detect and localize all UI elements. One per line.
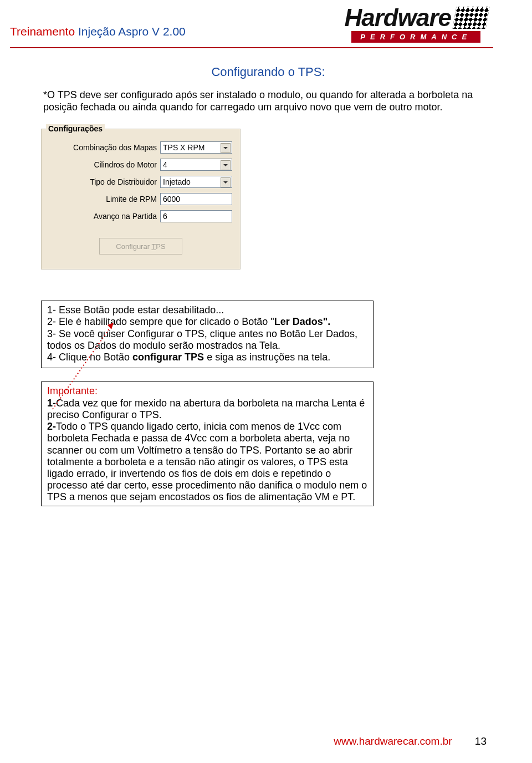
value-distribuidor: Injetado [163,177,191,186]
important-title: Importante: [47,385,367,397]
field-limite: Limite de RPM [49,193,232,205]
note-line-2: 2- Ele é habilitado sempre que for clica… [47,316,367,328]
btn-label-suffix: PS [156,242,165,251]
notes-box: 1- Esse Botão pode estar desabilitado...… [41,301,374,368]
logo-subtitle: PERFORMANCE [351,31,480,43]
title-main: Injeção Aspro V 2.00 [78,25,186,38]
label-distribuidor: Tipo de Distribuidor [90,177,157,186]
label-avanco: Avanço na Partida [94,212,157,221]
section-title: Configurando o TPS: [43,65,493,79]
brand-logo: Hardware PERFORMANCE [344,6,488,43]
note-line-4: 4- Clique no Botão configurar TPS e siga… [47,352,367,363]
combo-cilindros[interactable]: 4 [160,159,232,171]
label-combinacao: Combinação dos Mapas [73,143,157,152]
logo-word: Hardware [344,6,451,30]
combo-distribuidor[interactable]: Injetado [160,176,232,188]
content-area: Configurando o TPS: *O TPS deve ser conf… [0,48,532,506]
label-limite: Limite de RPM [106,195,157,204]
config-panel: Configurações Combinação dos Mapas TPS X… [41,129,241,269]
field-distribuidor: Tipo de Distribuidor Injetado [49,176,232,188]
logo-text-row: Hardware [344,6,488,30]
value-cilindros: 4 [163,160,167,169]
chevron-down-icon[interactable] [221,143,231,153]
configurar-tps-button[interactable]: Configurar TPS [99,238,182,255]
field-combinacao: Combinação dos Mapas TPS X RPM [49,141,232,154]
note-line-1: 1- Esse Botão pode estar desabilitado... [47,304,367,316]
important-box: Importante: 1-Cada vez que for mexido na… [41,382,374,506]
label-cilindros: Cilindros do Motor [94,160,157,169]
page-footer: www.hardwarecar.com.br 13 [334,735,487,747]
intro-paragraph: *O TPS deve ser configurado após ser ins… [43,89,493,113]
panel-legend: Configurações [46,124,105,133]
field-avanco: Avanço na Partida [49,210,232,222]
chevron-down-icon[interactable] [221,177,231,187]
field-cilindros: Cilindros do Motor 4 [49,159,232,171]
important-p2: 2-Todo o TPS quando ligado certo, inicia… [47,421,367,503]
input-limite-rpm[interactable] [160,193,232,205]
value-combinacao: TPS X RPM [163,143,204,152]
checkered-flag-icon [452,7,489,29]
footer-url: www.hardwarecar.com.br [334,735,452,747]
combo-combinacao[interactable]: TPS X RPM [160,141,232,154]
doc-title: Treinamento Injeção Aspro V 2.00 [10,25,186,43]
input-avanco[interactable] [160,210,232,222]
important-p1: 1-Cada vez que for mexido na abertura da… [47,398,367,421]
note-line-3: 3- Se você quiser Configurar o TPS, cliq… [47,328,367,352]
chevron-down-icon[interactable] [221,160,231,170]
page-number: 13 [475,735,487,747]
title-prefix: Treinamento [10,25,75,38]
btn-label-prefix: Configurar [116,242,151,251]
page-header: Treinamento Injeção Aspro V 2.00 Hardwar… [0,0,532,43]
